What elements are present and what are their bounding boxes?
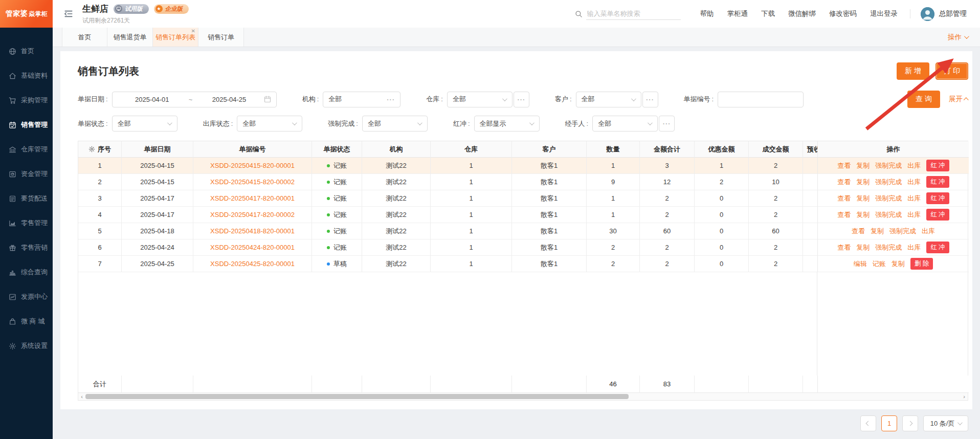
- row-action-link[interactable]: 出库: [907, 178, 921, 187]
- row-action-link[interactable]: 复制: [856, 161, 870, 170]
- scroll-right-icon[interactable]: ›: [961, 393, 968, 400]
- row-action-link[interactable]: 查看: [837, 194, 851, 203]
- sidebar-item-invoice[interactable]: 发票中心: [0, 284, 53, 309]
- row-action-link[interactable]: 查看: [837, 178, 851, 187]
- row-action-danger-button[interactable]: 红 冲: [926, 160, 949, 171]
- scrollbar-thumb[interactable]: [85, 394, 629, 399]
- row-action-link[interactable]: 出库: [907, 243, 921, 252]
- menu-search-input[interactable]: [586, 8, 681, 20]
- tab-sales-order-list[interactable]: 销售订单列表✕: [153, 28, 198, 47]
- row-action-link[interactable]: 记账: [873, 259, 886, 269]
- cell-warehouse: 1: [431, 207, 512, 223]
- tab-close-icon[interactable]: ✕: [191, 29, 195, 34]
- row-action-link[interactable]: 复制: [856, 178, 870, 187]
- order-number-link[interactable]: XSDD-20250415-820-00001: [210, 162, 295, 169]
- tab-actions-dropdown[interactable]: 操作: [948, 33, 968, 42]
- row-action-link[interactable]: 出库: [907, 161, 921, 170]
- order-status-select[interactable]: 全部: [112, 116, 177, 131]
- column-settings-gear-icon[interactable]: [88, 146, 95, 152]
- row-action-link[interactable]: 强制完成: [875, 161, 902, 170]
- row-action-danger-button[interactable]: 红 冲: [926, 176, 949, 188]
- org-input[interactable]: 全部···: [323, 92, 400, 107]
- order-number-link[interactable]: XSDD-20250415-820-00002: [210, 178, 295, 186]
- query-button[interactable]: 查 询: [907, 91, 940, 108]
- customer-more-button[interactable]: ···: [642, 92, 658, 107]
- order-no-input[interactable]: [718, 92, 804, 107]
- sidebar-item-retail[interactable]: 零售管理: [0, 211, 53, 235]
- page-number-button[interactable]: 1: [881, 415, 897, 431]
- scroll-left-icon[interactable]: ‹: [78, 393, 85, 400]
- red-flush-select[interactable]: 全部显示: [474, 116, 540, 131]
- page-size-select[interactable]: 10 条/页: [923, 415, 968, 431]
- sidebar-item-settings[interactable]: 系统设置: [0, 334, 53, 358]
- order-number-link[interactable]: XSDD-20250417-820-00001: [210, 194, 295, 202]
- tab-sales-order[interactable]: 销售订单: [198, 28, 244, 47]
- tab-sales-return[interactable]: 销售退货单: [107, 28, 153, 47]
- row-action-danger-button[interactable]: 红 冲: [926, 242, 949, 253]
- add-button[interactable]: 新 增: [897, 62, 929, 80]
- row-action-link[interactable]: 复制: [856, 243, 870, 252]
- cell-qty: 1: [587, 158, 640, 174]
- sidebar-item-basic-data[interactable]: 基础资料: [0, 63, 53, 88]
- row-action-link[interactable]: 强制完成: [889, 227, 916, 236]
- row-action-link[interactable]: 编辑: [854, 259, 867, 269]
- row-action-danger-button[interactable]: 删 除: [910, 258, 933, 270]
- row-action-link[interactable]: 查看: [837, 243, 851, 252]
- sidebar-item-purchase[interactable]: 采购管理: [0, 88, 53, 113]
- outbound-status-select[interactable]: 全部: [237, 116, 302, 131]
- ellipsis-icon: ···: [387, 96, 395, 103]
- order-number-link[interactable]: XSDD-20250424-820-00001: [210, 244, 295, 251]
- row-action-link[interactable]: 复制: [856, 210, 870, 220]
- row-action-link[interactable]: 复制: [856, 194, 870, 203]
- row-action-link[interactable]: 复制: [892, 259, 905, 269]
- row-action-link[interactable]: 强制完成: [875, 178, 902, 187]
- customer-select[interactable]: 全部: [576, 92, 641, 107]
- expand-toggle[interactable]: 展开: [949, 95, 968, 104]
- sidebar-item-delivery[interactable]: 要货配送: [0, 186, 53, 211]
- nav-link-help[interactable]: 帮助: [700, 9, 714, 18]
- user-avatar[interactable]: [921, 7, 934, 21]
- row-action-link[interactable]: 强制完成: [875, 194, 902, 203]
- order-number-link[interactable]: XSDD-20250417-820-00002: [210, 211, 295, 218]
- row-action-danger-button[interactable]: 红 冲: [926, 192, 949, 204]
- user-name[interactable]: 总部管理: [939, 9, 967, 18]
- nav-link-download[interactable]: 下载: [761, 9, 775, 18]
- row-action-danger-button[interactable]: 红 冲: [926, 209, 949, 221]
- handler-select[interactable]: 全部: [592, 116, 658, 131]
- row-action-link[interactable]: 出库: [922, 227, 935, 236]
- order-number-link[interactable]: XSDD-20250425-820-00001: [210, 260, 295, 268]
- sidebar-item-retail-marketing[interactable]: 零售营销: [0, 235, 53, 260]
- tab-label: 销售订单列表: [155, 33, 195, 42]
- warehouse-select[interactable]: 全部: [447, 92, 513, 107]
- nav-link-zhanggui-tong[interactable]: 掌柜通: [727, 9, 748, 18]
- sidebar-item-query[interactable]: 综合查询: [0, 260, 53, 284]
- order-number-link[interactable]: XSDD-20250418-820-00001: [210, 227, 295, 235]
- sidebar-item-home[interactable]: 首页: [0, 39, 53, 63]
- tab-home[interactable]: 首页: [62, 28, 107, 47]
- nav-link-change-password[interactable]: 修改密码: [829, 9, 857, 18]
- handler-more-button[interactable]: ···: [659, 116, 675, 131]
- force-complete-select[interactable]: 全部: [362, 116, 428, 131]
- date-range-picker[interactable]: 2025-04-01~2025-04-25: [112, 92, 277, 107]
- row-action-link[interactable]: 出库: [907, 210, 921, 220]
- row-action-link[interactable]: 查看: [852, 227, 865, 236]
- row-action-link[interactable]: 强制完成: [875, 243, 902, 252]
- sidebar-item-sales[interactable]: 销售管理: [0, 113, 53, 137]
- warehouse-more-button[interactable]: ···: [514, 92, 529, 107]
- sidebar-item-mall[interactable]: 微 商 城: [0, 309, 53, 334]
- row-action-link[interactable]: 复制: [871, 227, 884, 236]
- row-action-link[interactable]: 出库: [907, 194, 921, 203]
- row-action-link[interactable]: 查看: [837, 161, 851, 170]
- nav-link-logout[interactable]: 退出登录: [870, 9, 898, 18]
- prev-page-button[interactable]: [860, 415, 876, 431]
- print-button[interactable]: 打 印: [936, 62, 968, 80]
- sidebar-collapse-icon[interactable]: [64, 9, 73, 18]
- sidebar-item-warehouse[interactable]: 仓库管理: [0, 137, 53, 162]
- sidebar-item-funds[interactable]: 资金管理: [0, 162, 53, 186]
- row-action-link[interactable]: 查看: [837, 210, 851, 220]
- next-page-button[interactable]: [902, 415, 918, 431]
- nav-link-wechat-unbind[interactable]: 微信解绑: [788, 9, 816, 18]
- cell-org: 测试22: [362, 207, 431, 223]
- cell-customer: 散客1: [512, 207, 587, 223]
- row-action-link[interactable]: 强制完成: [875, 210, 902, 220]
